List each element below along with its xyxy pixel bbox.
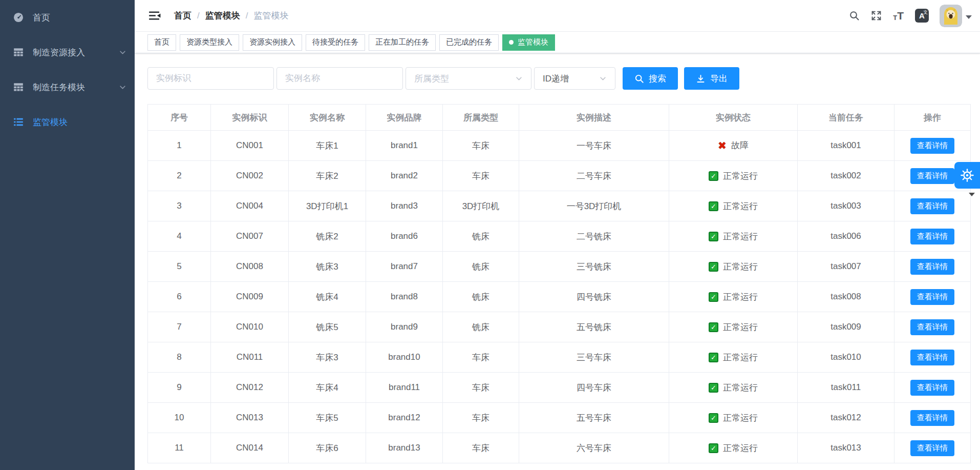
chevron-down-icon [119,84,126,91]
language-icon[interactable]: A文 [909,9,934,23]
cell-actions: 查看详情 [894,131,971,161]
cell-instance-name: 铣床5 [289,312,366,342]
status-text: 正常运行 [723,382,758,394]
view-details-button[interactable]: 查看详情 [910,410,954,426]
cell-index: 6 [148,282,211,312]
tab-待接受的任务[interactable]: 待接受的任务 [306,34,365,51]
chevron-down-icon [599,75,607,83]
cell-instance-name: 车床4 [289,373,366,403]
cell-description: 五号车床 [519,403,669,433]
fullscreen-icon[interactable] [865,10,887,21]
error-icon: ✖ [718,140,727,151]
cell-description: 二号铣床 [519,221,669,252]
status-text: 正常运行 [723,170,758,182]
cell-actions: 查看详情 [894,221,971,252]
view-details-button[interactable]: 查看详情 [910,198,954,214]
export-button-label: 导出 [710,73,728,85]
sidebar-item-监管模块[interactable]: 监管模块 [0,105,135,139]
chevron-down-icon [119,49,126,56]
tab-监管模块[interactable]: 监管模块 [502,34,555,51]
sidebar-item-首页[interactable]: 首页 [0,0,135,35]
success-icon: ✓ [709,383,718,393]
status-text: 正常运行 [723,231,758,242]
view-details-button[interactable]: 查看详情 [910,440,954,456]
search-button[interactable]: 搜索 [623,67,678,90]
cell-brand: brand10 [366,342,443,373]
cell-description: 四号铣床 [519,282,669,312]
view-details-button[interactable]: 查看详情 [910,319,954,335]
sidebar-item-制造任务模块[interactable]: 制造任务模块 [0,70,135,105]
cell-instance-id: CN014 [211,433,289,463]
cell-description: 四号车床 [519,373,669,403]
cell-type: 车床 [443,373,519,403]
settings-button[interactable] [954,162,980,189]
success-icon: ✓ [709,443,718,453]
view-details-button[interactable]: 查看详情 [910,350,954,365]
topbar: 首页/监管模块/监管模块 TTA文 [135,0,980,32]
cell-index: 4 [148,221,211,252]
cell-index: 11 [148,433,211,463]
cell-current-task: task001 [798,131,894,161]
view-details-button[interactable]: 查看详情 [910,289,954,305]
sidebar-item-label: 监管模块 [33,116,68,128]
table-row: 4 CN007 铣床2 brand6 铣床 二号铣床 ✓正常运行 task006… [148,221,971,252]
column-header: 实例标识 [211,105,289,131]
breadcrumb-item[interactable]: 监管模块 [205,10,240,22]
breadcrumb-item[interactable]: 首页 [174,10,191,22]
type-select[interactable]: 所属类型 [406,67,531,90]
export-button[interactable]: 导出 [684,67,739,90]
cell-brand: brand6 [366,221,443,252]
status-text: 正常运行 [723,352,758,363]
instance-id-input[interactable] [147,67,274,90]
download-icon [696,74,706,84]
instances-table: 序号实例标识实例名称实例品牌所属类型实例描述实例状态当前任务操作 1 CN001… [147,104,971,463]
breadcrumb: 首页/监管模块/监管模块 [174,10,288,22]
grid-icon [12,46,25,58]
success-icon: ✓ [709,322,718,332]
cell-status: ✓正常运行 [669,252,798,282]
sort-select[interactable]: ID递增 [534,67,615,90]
column-header: 所属类型 [443,105,519,131]
font-size-icon[interactable]: TT [887,10,909,21]
view-details-button[interactable]: 查看详情 [910,259,954,275]
avatar[interactable] [940,5,962,27]
view-details-button[interactable]: 查看详情 [910,380,954,396]
cell-current-task: task002 [798,161,894,191]
tab-已完成的任务[interactable]: 已完成的任务 [439,34,499,51]
cell-description: 三号车床 [519,342,669,373]
cell-instance-id: CN007 [211,221,289,252]
column-header: 实例描述 [519,105,669,131]
cell-instance-name: 车床1 [289,131,366,161]
cell-index: 8 [148,342,211,373]
tab-资源类型接入[interactable]: 资源类型接入 [180,34,239,51]
cell-actions: 查看详情 [894,403,971,433]
topbar-actions: TTA文 [843,5,980,27]
hamburger-icon[interactable] [144,8,166,24]
cell-actions: 查看详情 [894,342,971,373]
user-menu-caret-icon[interactable] [966,15,972,19]
search-icon[interactable] [843,10,865,21]
cell-status: ✓正常运行 [669,161,798,191]
sidebar-item-制造资源接入[interactable]: 制造资源接入 [0,35,135,70]
cell-description: 二号车床 [519,161,669,191]
tab-正在加工的任务[interactable]: 正在加工的任务 [369,34,436,51]
cell-description: 三号铣床 [519,252,669,282]
success-icon: ✓ [709,262,718,272]
view-details-button[interactable]: 查看详情 [910,138,954,154]
cell-type: 车床 [443,433,519,463]
status-text: 正常运行 [723,442,758,454]
tab-label: 资源类型接入 [186,37,232,47]
view-details-button[interactable]: 查看详情 [910,229,954,244]
cell-current-task: task013 [798,433,894,463]
view-details-button[interactable]: 查看详情 [910,168,954,184]
tab-label: 待接受的任务 [312,37,358,47]
instance-name-input[interactable] [276,67,403,90]
tab-首页[interactable]: 首页 [147,34,176,51]
status-text: 正常运行 [723,200,758,212]
cell-actions: 查看详情 [894,252,971,282]
cell-index: 9 [148,373,211,403]
cell-brand: brand3 [366,191,443,221]
column-header: 实例名称 [289,105,366,131]
cell-instance-name: 铣床3 [289,252,366,282]
tab-资源实例接入[interactable]: 资源实例接入 [243,34,302,51]
